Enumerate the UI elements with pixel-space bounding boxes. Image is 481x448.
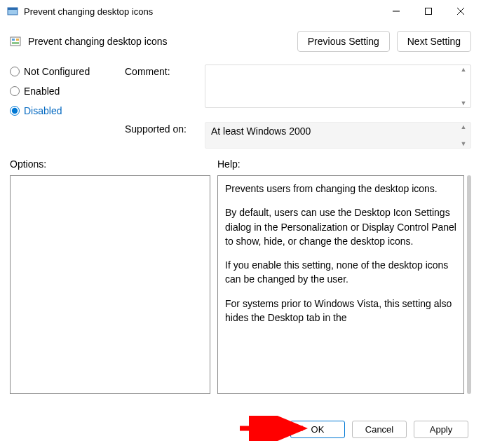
svg-rect-3 (426, 8, 432, 15)
previous-setting-button[interactable]: Previous Setting (297, 31, 390, 52)
scroll-up-icon[interactable]: ▲ (458, 123, 469, 131)
ok-button[interactable]: OK (290, 421, 345, 438)
options-label: Options: (10, 158, 210, 170)
titlebar: Prevent changing desktop icons (0, 0, 481, 22)
help-scrollbar[interactable] (467, 175, 471, 394)
options-panel (10, 175, 210, 394)
radio-disabled-input[interactable] (10, 106, 20, 116)
help-paragraph: If you enable this setting, none of the … (225, 258, 456, 287)
radio-disabled-label: Disabled (24, 105, 62, 116)
svg-rect-8 (16, 39, 19, 41)
maximize-button[interactable] (412, 1, 445, 22)
policy-window-icon (7, 6, 18, 17)
help-paragraph: Prevents users from changing the desktop… (225, 182, 456, 196)
supported-value-box: At least Windows 2000 ▲ ▼ (205, 122, 471, 149)
window-title: Prevent changing desktop icons (24, 6, 380, 17)
supported-label: Supported on: (125, 122, 202, 135)
help-paragraph: For systems prior to Windows Vista, this… (225, 297, 456, 325)
comment-label: Comment: (125, 65, 202, 77)
help-label: Help: (217, 158, 471, 170)
scroll-down-icon[interactable]: ▼ (458, 140, 469, 148)
radio-disabled[interactable]: Disabled (10, 105, 122, 116)
radio-enabled[interactable]: Enabled (10, 86, 122, 97)
radio-not-configured[interactable]: Not Configured (10, 66, 122, 77)
policy-icon (10, 36, 21, 47)
svg-rect-1 (8, 8, 18, 10)
minimize-button[interactable] (380, 1, 412, 22)
radio-not-configured-label: Not Configured (24, 66, 90, 77)
radio-enabled-label: Enabled (24, 86, 60, 97)
svg-rect-7 (12, 39, 15, 41)
apply-button[interactable]: Apply (414, 421, 468, 438)
cancel-button[interactable]: Cancel (352, 421, 407, 438)
scroll-down-icon[interactable]: ▼ (458, 99, 469, 107)
help-paragraph: By default, users can use the Desktop Ic… (225, 205, 456, 248)
radio-not-configured-input[interactable] (10, 67, 20, 76)
radio-enabled-input[interactable] (10, 86, 20, 96)
policy-title: Prevent changing desktop icons (28, 36, 290, 47)
help-panel: Prevents users from changing the desktop… (217, 175, 464, 394)
next-setting-button[interactable]: Next Setting (397, 31, 471, 52)
comment-textarea[interactable]: ▲ ▼ (205, 65, 471, 108)
scroll-up-icon[interactable]: ▲ (458, 65, 469, 74)
supported-value: At least Windows 2000 (211, 125, 311, 137)
svg-rect-9 (12, 42, 19, 44)
svg-rect-6 (11, 37, 20, 46)
close-button[interactable] (445, 1, 477, 22)
